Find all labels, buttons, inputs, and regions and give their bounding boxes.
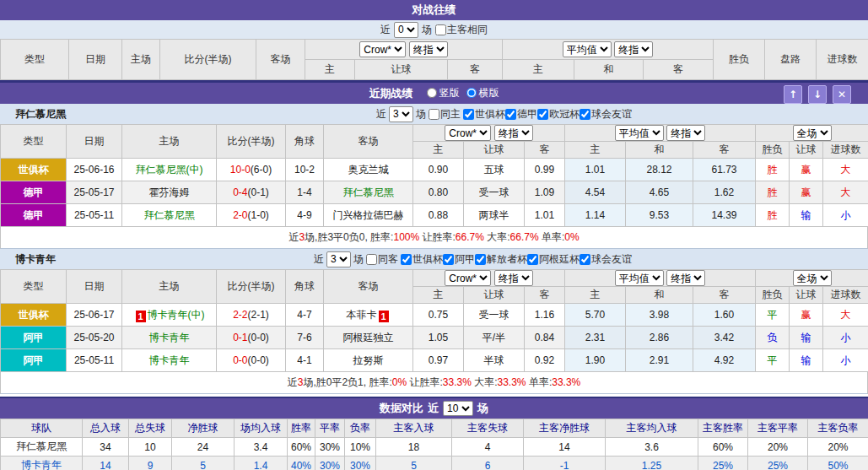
- away-team: 阿根廷独立: [324, 327, 413, 349]
- close-button[interactable]: ✕: [833, 85, 851, 104]
- summary-segment: 0%: [392, 376, 407, 388]
- odds-source-select[interactable]: Crow*: [445, 125, 491, 141]
- competition-filter[interactable]: 世俱杯: [463, 107, 505, 122]
- same-home-option[interactable]: 同主: [429, 107, 461, 122]
- odds-handicap: 平/半: [464, 327, 525, 349]
- avg-away: 1.60: [693, 304, 756, 327]
- avg-draw: 2.86: [626, 327, 693, 349]
- odds-away: 1.16: [525, 304, 565, 327]
- odds-group-header: Crow* 终指: [413, 270, 565, 287]
- competition-filter[interactable]: 球会友谊: [580, 252, 632, 267]
- summary-segment: 单率:: [526, 376, 553, 388]
- layout-radio[interactable]: [427, 88, 437, 98]
- col-odds-home: 主: [305, 60, 355, 80]
- layout-radio[interactable]: [466, 88, 477, 98]
- matches-label: 场: [416, 107, 426, 122]
- home-team: 博卡青年: [122, 349, 217, 372]
- competition-filter-checkbox[interactable]: [580, 254, 590, 265]
- avg-source-select[interactable]: 平均值: [615, 125, 664, 141]
- move-up-button[interactable]: ↑: [784, 85, 802, 104]
- scope-select[interactable]: 全场: [793, 125, 832, 141]
- same-home-away-checkbox[interactable]: [435, 24, 446, 35]
- competition-filter-checkbox[interactable]: [580, 109, 590, 120]
- recent-count-select[interactable]: 3: [389, 106, 413, 122]
- summary-segment: 近: [288, 376, 298, 388]
- odds-home: 0.97: [413, 349, 464, 372]
- same-home-checkbox[interactable]: [429, 109, 439, 120]
- competition-filter-checkbox[interactable]: [443, 254, 454, 265]
- scope-select[interactable]: 全场: [793, 270, 832, 286]
- move-down-button[interactable]: ↓: [808, 85, 827, 104]
- ha-draw-rate: 20%: [748, 438, 808, 456]
- comparison-row: 博卡青年 14 9 5 1.4 40% 30% 30% 5 6 -1 1.25 …: [1, 456, 868, 470]
- h2h-recent-count-select[interactable]: 0: [394, 22, 418, 38]
- home-team-name: 博卡青年: [149, 332, 190, 343]
- competition-filter-label: 世俱杯: [475, 107, 505, 122]
- competition-filter-checkbox[interactable]: [475, 254, 486, 265]
- home-team-name: 博卡青年: [149, 354, 190, 366]
- recent-toolbar: ↑ ↓ ✕: [784, 85, 851, 104]
- away-team-name: 拉努斯: [353, 354, 384, 366]
- avg-stage-select[interactable]: 终指: [614, 41, 653, 57]
- same-away-option[interactable]: 同客: [366, 252, 398, 267]
- odds-away: 0.99: [525, 159, 565, 181]
- avg-home: 1.90: [565, 349, 626, 372]
- competition-filter-checkbox[interactable]: [527, 254, 538, 265]
- avg-source-select[interactable]: 平均值: [615, 270, 664, 286]
- col-ha-goals-for: 主客入球: [376, 419, 452, 438]
- col-odds-home: 主: [413, 142, 464, 159]
- competition-filter[interactable]: 阿根廷杯: [527, 252, 580, 267]
- match-date: 25-05-17: [67, 181, 122, 204]
- odds-source-select[interactable]: Crow*: [445, 270, 491, 286]
- col-result: 胜负: [714, 40, 765, 80]
- odds-handicap: 五球: [464, 159, 525, 181]
- recent-label: 近: [376, 107, 386, 122]
- scope-group-header: 全场: [756, 270, 868, 287]
- corner-score: 4-1: [286, 349, 324, 372]
- result: 胜: [756, 159, 790, 181]
- odds-stage-select[interactable]: 终指: [494, 270, 533, 286]
- layout-option[interactable]: 横版: [466, 86, 499, 100]
- ha-loss-rate: 50%: [808, 456, 868, 470]
- avg-source-select[interactable]: 平均值: [563, 41, 612, 57]
- avg-stage-select[interactable]: 终指: [666, 270, 705, 286]
- result: 胜: [756, 181, 790, 204]
- same-away-checkbox[interactable]: [366, 254, 377, 265]
- competition-filter-checkbox[interactable]: [505, 109, 516, 120]
- summary-segment: 33.3%: [552, 376, 580, 388]
- layout-option[interactable]: 竖版: [427, 86, 460, 100]
- same-home-away-option[interactable]: 主客相同: [435, 23, 488, 37]
- competition-filter[interactable]: 解放者杯: [475, 252, 527, 267]
- summary-segment: 让胜率:: [419, 231, 456, 243]
- col-avg-goals: 场均入球: [235, 419, 288, 438]
- competition-filter-checkbox[interactable]: [537, 109, 548, 120]
- competition-filter-checkbox[interactable]: [463, 109, 474, 120]
- avg-goals: 1.4: [235, 456, 288, 470]
- team-name: 拜仁慕尼黑: [1, 438, 83, 456]
- competition-filters: 世俱杯 德甲 欧冠杯 球会友谊: [463, 107, 632, 122]
- odds-source-select[interactable]: Crow*: [359, 41, 406, 57]
- col-away: 客场: [256, 40, 305, 80]
- home-team: 拜仁慕尼黑: [122, 204, 217, 227]
- competition-filter[interactable]: 阿甲: [443, 252, 475, 267]
- ha-goals-against: 6: [452, 456, 524, 470]
- avg-stage-select[interactable]: 终指: [666, 125, 705, 141]
- competition-filter[interactable]: 欧冠杯: [537, 107, 580, 122]
- scope-group-header: 全场: [756, 125, 868, 142]
- h2h-header-bar: 对战往绩: [0, 0, 868, 20]
- comparison-count-select[interactable]: 10: [443, 401, 473, 416]
- competition-filter-checkbox[interactable]: [401, 254, 412, 265]
- col-odds-home: 主: [413, 287, 464, 304]
- competition-badge: 德甲: [1, 204, 67, 227]
- summary-segment: 让胜率:: [407, 376, 443, 388]
- h2h-table: 类型 日期 主场 比分(半场) 客场 Crow* 终指 平均值 终指 胜负 盘路…: [0, 39, 868, 80]
- avg-away: 4.92: [693, 349, 756, 372]
- odds-stage-select[interactable]: 终指: [409, 41, 448, 57]
- competition-filter[interactable]: 世俱杯: [401, 252, 443, 267]
- competition-filter[interactable]: 德甲: [505, 107, 537, 122]
- recent-count-select[interactable]: 3: [326, 251, 351, 267]
- competition-filter[interactable]: 球会友谊: [580, 107, 632, 122]
- odds-handicap: 两球半: [464, 204, 525, 227]
- odds-stage-select[interactable]: 终指: [494, 125, 533, 141]
- col-avg-away: 客: [693, 142, 756, 159]
